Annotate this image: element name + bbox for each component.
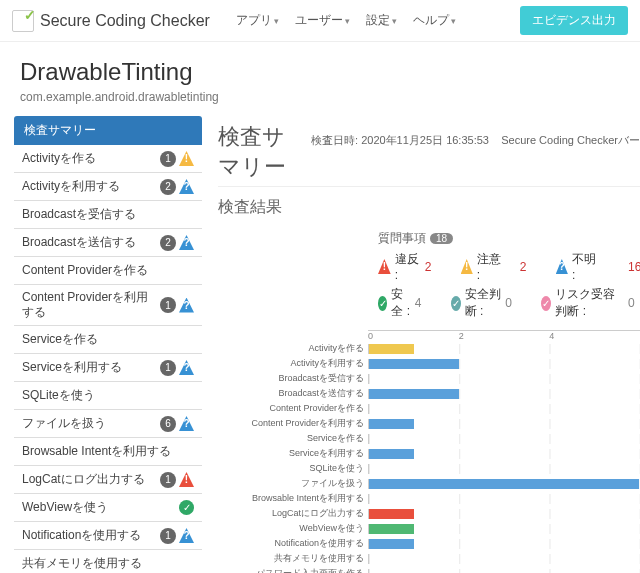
sidebar-item[interactable]: Broadcastを送信する2? bbox=[14, 229, 202, 257]
sidebar-item[interactable]: Activityを作る1! bbox=[14, 145, 202, 173]
sidebar-item-label: ファイルを扱う bbox=[22, 416, 160, 431]
count-badge: 1 bbox=[160, 151, 176, 167]
sidebar-item-label: Activityを作る bbox=[22, 151, 160, 166]
sidebar-item[interactable]: Broadcastを受信する bbox=[14, 201, 202, 229]
chevron-down-icon: ▾ bbox=[274, 16, 279, 26]
sidebar-item[interactable]: ファイルを扱う6? bbox=[14, 410, 202, 438]
stat-violation: !違反 :2 bbox=[378, 251, 437, 282]
sidebar-item-label: Broadcastを受信する bbox=[22, 207, 194, 222]
chart-row: Content Providerを利用する bbox=[368, 416, 640, 431]
chart-row: Broadcastを受信する bbox=[368, 371, 640, 386]
app-logo-icon bbox=[12, 10, 34, 32]
sidebar-header[interactable]: 検査サマリー bbox=[14, 116, 202, 145]
chart-row: Browsable Intentを利用する bbox=[368, 491, 640, 506]
stat-risk: ✓リスク受容判断 : 0 bbox=[541, 286, 640, 320]
chart-row: ファイルを扱う bbox=[368, 476, 640, 491]
sidebar-item-label: LogCatにログ出力する bbox=[22, 472, 160, 487]
chart-row: Serviceを利用する bbox=[368, 446, 640, 461]
project-name: DrawableTinting bbox=[20, 58, 620, 86]
unk-icon: ? bbox=[179, 360, 194, 375]
chart-row-label: Serviceを作る bbox=[238, 432, 368, 445]
stat-caution: !注意 : 2 bbox=[461, 251, 532, 282]
chart-row-label: Serviceを利用する bbox=[238, 447, 368, 460]
risk-icon: ✓ bbox=[541, 296, 551, 311]
chart-row: Broadcastを送信する bbox=[368, 386, 640, 401]
sidebar-item-label: Activityを利用する bbox=[22, 179, 160, 194]
result-heading: 検査結果 bbox=[218, 197, 640, 218]
unknown-icon: ? bbox=[556, 259, 568, 274]
sidebar-item-label: WebViewを使う bbox=[22, 500, 179, 515]
chart-row: Activityを利用する bbox=[368, 356, 640, 371]
chevron-down-icon: ▾ bbox=[345, 16, 350, 26]
chart-row: Activityを作る bbox=[368, 341, 640, 356]
chart-row-label: LogCatにログ出力する bbox=[238, 507, 368, 520]
chart-row: Serviceを作る bbox=[368, 431, 640, 446]
caution-icon: ! bbox=[461, 259, 473, 274]
scan-meta: 検査日時: 2020年11月25日 16:35:53 Secure Coding… bbox=[311, 133, 640, 148]
sidebar-item[interactable]: SQLiteを使う bbox=[14, 382, 202, 410]
sidebar-item[interactable]: 共有メモリを使用する bbox=[14, 550, 202, 573]
sidebar-item[interactable]: Serviceを作る bbox=[14, 326, 202, 354]
safe-decision-icon: ✓ bbox=[451, 296, 461, 311]
chart-row: パスワード入力画面を作る bbox=[368, 566, 640, 573]
nav-アプリ[interactable]: アプリ▾ bbox=[230, 8, 285, 33]
brand: Secure Coding Checker bbox=[12, 10, 210, 32]
chart-row-label: Content Providerを利用する bbox=[238, 417, 368, 430]
sidebar-item-label: Browsable Intentを利用する bbox=[22, 444, 194, 459]
chart-row-label: Notificationを使用する bbox=[238, 537, 368, 550]
chart-row: Notificationを使用する bbox=[368, 536, 640, 551]
safe-icon: ✓ bbox=[179, 500, 194, 515]
unk-icon: ? bbox=[179, 416, 194, 431]
sidebar-item-label: Serviceを作る bbox=[22, 332, 194, 347]
chart-row-label: Broadcastを送信する bbox=[238, 387, 368, 400]
count-badge: 1 bbox=[160, 360, 176, 376]
top-nav: アプリ▾ユーザー▾設定▾ヘルプ▾ bbox=[230, 8, 462, 33]
sidebar-item-label: Content Providerを利用する bbox=[22, 290, 160, 320]
sidebar-item[interactable]: Browsable Intentを利用する bbox=[14, 438, 202, 466]
chart-row-label: Browsable Intentを利用する bbox=[238, 492, 368, 505]
safe-icon: ✓ bbox=[378, 296, 387, 311]
unk-icon: ? bbox=[179, 528, 194, 543]
export-evidence-button[interactable]: エビデンス出力 bbox=[520, 6, 628, 35]
chart-row: Content Providerを作る bbox=[368, 401, 640, 416]
count-badge: 2 bbox=[160, 179, 176, 195]
chart-row: SQLiteを使う bbox=[368, 461, 640, 476]
unk-icon: ? bbox=[179, 235, 194, 250]
sidebar-item[interactable]: Activityを利用する2? bbox=[14, 173, 202, 201]
count-badge: 6 bbox=[160, 416, 176, 432]
topbar: Secure Coding Checker アプリ▾ユーザー▾設定▾ヘルプ▾ エ… bbox=[0, 0, 640, 42]
sidebar-item-label: Notificationを使用する bbox=[22, 528, 160, 543]
sidebar-item[interactable]: LogCatにログ出力する1! bbox=[14, 466, 202, 494]
summary-chart: 024 Activityを作るActivityを利用するBroadcastを受信… bbox=[368, 330, 640, 573]
package-name: com.example.android.drawabletinting bbox=[20, 90, 620, 104]
nav-ヘルプ[interactable]: ヘルプ▾ bbox=[407, 8, 462, 33]
sidebar-item[interactable]: Content Providerを利用する1? bbox=[14, 285, 202, 326]
unk-icon: ? bbox=[179, 298, 194, 313]
chart-row-label: SQLiteを使う bbox=[238, 462, 368, 475]
sidebar-item-label: Serviceを利用する bbox=[22, 360, 160, 375]
sidebar-item[interactable]: WebViewを使う✓ bbox=[14, 494, 202, 522]
chart-row-label: WebViewを使う bbox=[238, 522, 368, 535]
page-title: 検査サマリー bbox=[218, 122, 295, 182]
sidebar-item[interactable]: Notificationを使用する1? bbox=[14, 522, 202, 550]
nav-ユーザー[interactable]: ユーザー▾ bbox=[289, 8, 356, 33]
warn-icon: ! bbox=[179, 472, 194, 487]
nav-設定[interactable]: 設定▾ bbox=[360, 8, 403, 33]
chart-row-label: Activityを作る bbox=[238, 342, 368, 355]
violation-icon: ! bbox=[378, 259, 391, 274]
chart-row-label: ファイルを扱う bbox=[238, 477, 368, 490]
count-badge: 2 bbox=[160, 235, 176, 251]
chevron-down-icon: ▾ bbox=[451, 16, 456, 26]
sidebar-item[interactable]: Content Providerを作る bbox=[14, 257, 202, 285]
chart-row: WebViewを使う bbox=[368, 521, 640, 536]
chart-row-label: Broadcastを受信する bbox=[238, 372, 368, 385]
count-badge: 1 bbox=[160, 472, 176, 488]
chart-row: 共有メモリを使用する bbox=[368, 551, 640, 566]
brand-text: Secure Coding Checker bbox=[40, 12, 210, 30]
project-header: DrawableTinting com.example.android.draw… bbox=[0, 42, 640, 110]
sidebar-item[interactable]: Serviceを利用する1? bbox=[14, 354, 202, 382]
count-badge: 1 bbox=[160, 297, 176, 313]
main-content: 検査サマリー 検査日時: 2020年11月25日 16:35:53 Secure… bbox=[202, 116, 640, 573]
sidebar-item-label: Content Providerを作る bbox=[22, 263, 194, 278]
stat-unknown: ?不明 : 16 bbox=[556, 251, 640, 282]
